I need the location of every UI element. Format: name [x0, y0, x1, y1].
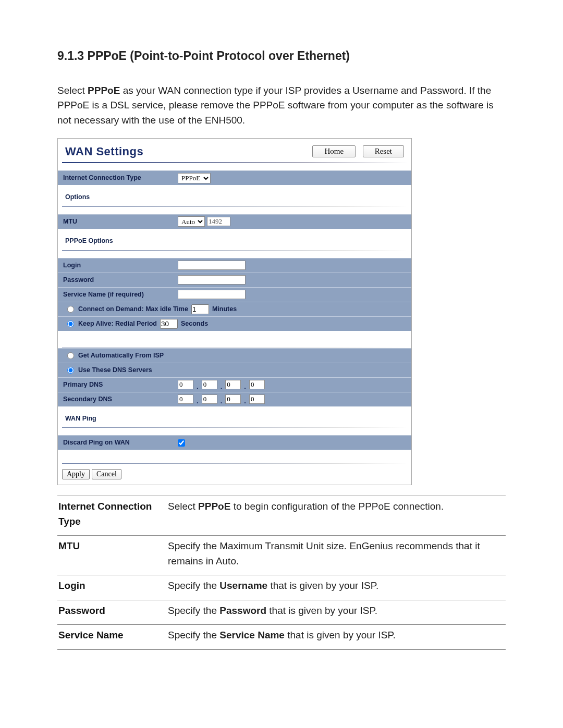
connect-on-demand-row: Connect on Demand: Max idle Time Minutes	[58, 302, 411, 316]
discard-ping-row: Discard Ping on WAN	[58, 435, 411, 450]
dns-auto-radio[interactable]	[67, 352, 74, 359]
login-input[interactable]	[178, 261, 246, 270]
max-idle-time-input[interactable]	[191, 304, 209, 314]
mtu-label: MTU	[63, 217, 178, 227]
keep-alive-row: Keep Alive: Redial Period Seconds	[58, 316, 411, 331]
password-input[interactable]	[178, 275, 246, 285]
intro-paragraph: Select PPPoE as your WAN connection type…	[57, 83, 506, 128]
options-heading: Options	[58, 185, 411, 204]
home-button[interactable]: Home	[312, 145, 356, 157]
table-row: Login Specify the Username that is given…	[57, 575, 506, 600]
primary-dns-label: Primary DNS	[63, 380, 178, 390]
connect-on-demand-label: Connect on Demand: Max idle Time	[78, 304, 188, 314]
primary-dns-row: Primary DNS . . .	[58, 377, 411, 392]
dns-manual-row: Use These DNS Servers	[58, 363, 411, 377]
pppoe-options-heading: PPPoE Options	[58, 229, 411, 248]
desc-mtu-label: MTU	[57, 536, 167, 575]
ict-label: Internet Connection Type	[63, 173, 178, 183]
table-row: Service Name Specify the Service Name th…	[57, 625, 506, 650]
minutes-label: Minutes	[212, 304, 237, 314]
primary-dns-4[interactable]	[249, 380, 265, 389]
section-number: 9.1.3	[57, 49, 84, 63]
connect-on-demand-radio[interactable]	[67, 306, 74, 313]
discard-ping-label: Discard Ping on WAN	[63, 438, 178, 448]
apply-button[interactable]: Apply	[62, 469, 90, 479]
secondary-dns-4[interactable]	[249, 394, 265, 404]
wan-settings-title: WAN Settings	[65, 143, 143, 160]
servicename-input[interactable]	[178, 290, 246, 299]
dns-auto-row: Get Automatically From ISP	[58, 348, 411, 363]
table-row: Password Specify the Password that is gi…	[57, 600, 506, 625]
desc-servicename-label: Service Name	[57, 625, 167, 650]
wan-ping-heading: WAN Ping	[58, 406, 411, 426]
ict-select[interactable]: PPPoE	[178, 173, 211, 183]
keep-alive-radio[interactable]	[67, 320, 74, 327]
cancel-button[interactable]: Cancel	[92, 469, 121, 479]
reset-button[interactable]: Reset	[363, 145, 404, 157]
primary-dns-1[interactable]	[178, 380, 193, 389]
keep-alive-label: Keep Alive: Redial Period	[78, 319, 157, 329]
table-row: MTU Specify the Maximum Transmit Unit si…	[57, 536, 506, 575]
table-row: Internet Connection Type Select PPPoE to…	[57, 496, 506, 536]
wan-settings-panel: WAN Settings Home Reset Internet Connect…	[57, 138, 412, 485]
secondary-dns-label: Secondary DNS	[63, 394, 178, 404]
mtu-mode-select[interactable]: Auto	[178, 216, 205, 227]
servicename-label: Service Name (if required)	[63, 290, 178, 300]
secondary-dns-2[interactable]	[202, 394, 217, 404]
desc-login-label: Login	[57, 575, 167, 600]
desc-password-label: Password	[57, 600, 167, 625]
secondary-dns-3[interactable]	[225, 394, 241, 404]
discard-ping-checkbox[interactable]	[178, 439, 185, 447]
primary-dns-3[interactable]	[225, 380, 241, 389]
internet-connection-type-row: Internet Connection Type PPPoE	[58, 170, 411, 185]
dns-manual-label: Use These DNS Servers	[78, 365, 152, 375]
password-row: Password	[58, 273, 411, 287]
login-label: Login	[63, 261, 178, 270]
redial-period-input[interactable]	[160, 319, 178, 329]
dns-manual-radio[interactable]	[67, 367, 74, 374]
password-label: Password	[63, 275, 178, 285]
section-heading: PPPoE (Point-to-Point Protocol over Ethe…	[88, 49, 350, 63]
service-name-row: Service Name (if required)	[58, 287, 411, 302]
seconds-label: Seconds	[181, 319, 208, 329]
secondary-dns-row: Secondary DNS . . .	[58, 392, 411, 406]
dns-auto-label: Get Automatically From ISP	[78, 351, 164, 361]
page-title: 9.1.3 PPPoE (Point-to-Point Protocol ove…	[57, 47, 506, 65]
description-table: Internet Connection Type Select PPPoE to…	[57, 496, 506, 650]
login-row: Login	[58, 258, 411, 273]
secondary-dns-1[interactable]	[178, 394, 193, 404]
mtu-value-input[interactable]	[207, 217, 230, 226]
primary-dns-2[interactable]	[202, 380, 217, 389]
mtu-row: MTU Auto	[58, 214, 411, 229]
desc-ict-label: Internet Connection Type	[57, 496, 167, 536]
